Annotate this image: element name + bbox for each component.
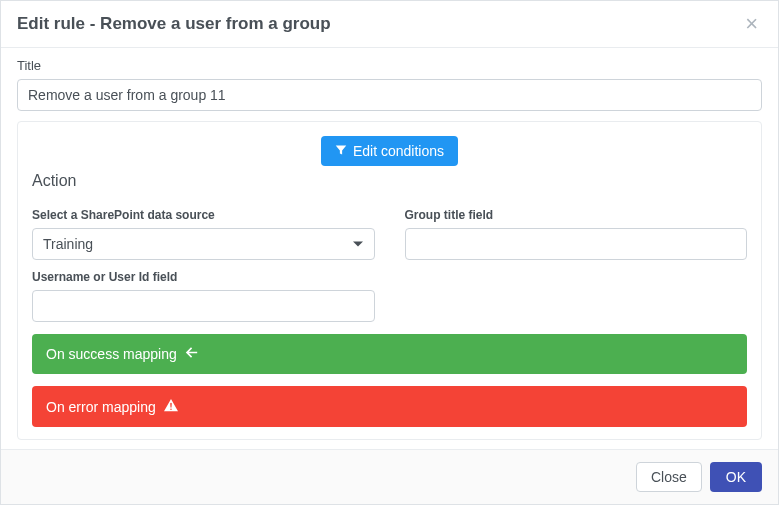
error-mapping-button[interactable]: On error mapping [32, 386, 747, 427]
close-button[interactable]: Close [636, 462, 702, 492]
username-input[interactable] [32, 290, 375, 322]
close-icon[interactable]: × [741, 13, 762, 35]
group-title-input[interactable] [405, 228, 748, 260]
success-mapping-button[interactable]: On success mapping [32, 334, 747, 374]
edit-conditions-button[interactable]: Edit conditions [321, 136, 458, 166]
filter-icon [335, 143, 347, 159]
edit-rule-modal: Edit rule - Remove a user from a group ×… [0, 0, 779, 505]
modal-footer: Close OK [1, 449, 778, 504]
error-mapping-label: On error mapping [46, 399, 156, 415]
fields-row-2: Username or User Id field [32, 270, 747, 322]
modal-body: Title Edit conditions Action Select a Sh… [1, 48, 778, 449]
datasource-select-wrapper: Training [32, 228, 375, 260]
title-group: Title [17, 58, 762, 111]
username-col: Username or User Id field [32, 270, 375, 322]
datasource-select[interactable]: Training [32, 228, 375, 260]
success-mapping-label: On success mapping [46, 346, 177, 362]
group-title-col: Group title field [405, 208, 748, 260]
title-input[interactable] [17, 79, 762, 111]
edit-conditions-label: Edit conditions [353, 143, 444, 159]
modal-header: Edit rule - Remove a user from a group × [1, 1, 778, 48]
username-label: Username or User Id field [32, 270, 375, 284]
action-card: Edit conditions Action Select a SharePoi… [17, 121, 762, 440]
warning-icon [164, 398, 178, 415]
datasource-col: Select a SharePoint data source Training [32, 208, 375, 260]
modal-title: Edit rule - Remove a user from a group [17, 14, 331, 34]
fields-row-1: Select a SharePoint data source Training… [32, 208, 747, 260]
datasource-label: Select a SharePoint data source [32, 208, 375, 222]
title-label: Title [17, 58, 762, 73]
action-heading: Action [32, 172, 747, 190]
arrow-left-icon [185, 346, 198, 362]
ok-button[interactable]: OK [710, 462, 762, 492]
group-title-label: Group title field [405, 208, 748, 222]
edit-conditions-row: Edit conditions [32, 136, 747, 166]
